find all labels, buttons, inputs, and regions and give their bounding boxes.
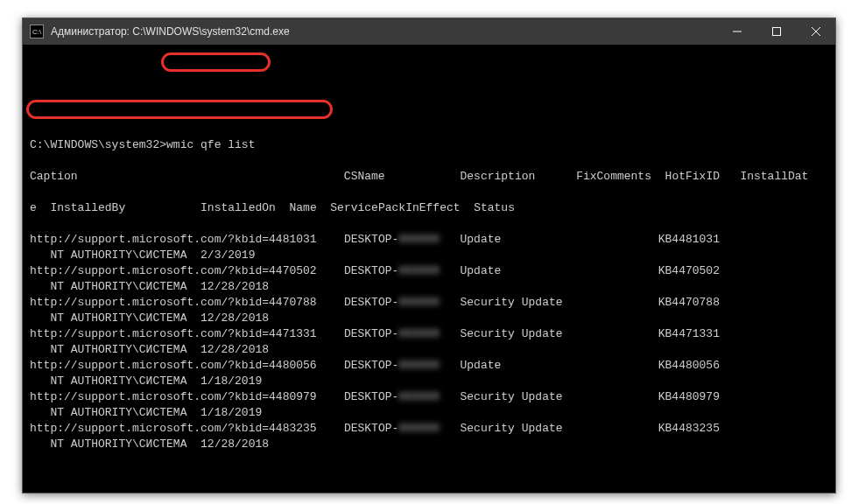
header-sp: ServicePackInEffect — [330, 201, 460, 214]
prompt-path: C:\WINDOWS\system32> — [30, 138, 166, 151]
hotfix-value: KB4480979 — [658, 390, 720, 403]
hotfix-value: KB4470502 — [658, 264, 720, 277]
table-row: http://support.microsoft.com/?kbid=44707… — [30, 295, 828, 311]
caption-url: http://support.microsoft.com/?kbid=44832… — [30, 422, 330, 435]
header-installedon: InstalledOn — [200, 201, 276, 214]
table-row: http://support.microsoft.com/?kbid=44810… — [30, 232, 828, 248]
caption-url: http://support.microsoft.com/?kbid=44800… — [30, 359, 330, 372]
installedby-value: NT AUTHORITY\СИСТЕМА — [50, 312, 200, 325]
table-row: http://support.microsoft.com/?kbid=44800… — [30, 358, 828, 374]
csname-blurred: XXXXXX — [398, 358, 440, 374]
csname-prefix: DESKTOP- — [344, 422, 398, 435]
blank-line — [30, 468, 828, 484]
csname-prefix: DESKTOP- — [344, 296, 398, 309]
header-installdat: InstallDat — [740, 170, 808, 183]
installedby-value: NT AUTHORITY\СИСТЕМА — [50, 343, 200, 356]
csname-blurred: XXXXXX — [398, 295, 440, 311]
caption-url: http://support.microsoft.com/?kbid=44809… — [30, 390, 330, 403]
description-value: Update — [461, 233, 658, 246]
header-caption: Caption — [30, 170, 78, 183]
entries-list: http://support.microsoft.com/?kbid=44810… — [30, 232, 828, 452]
description-value: Security Update — [461, 327, 658, 340]
table-row: NT AUTHORITY\СИСТЕМА 12/28/2018 — [30, 437, 828, 452]
installedon-value: 12/28/2018 — [200, 312, 269, 325]
csname-prefix: DESKTOP- — [344, 264, 398, 277]
terminal-area[interactable]: C:\WINDOWS\system32>wmic qfe list Captio… — [23, 45, 835, 493]
svg-rect-1 — [772, 28, 780, 36]
header-csname: CSName — [344, 170, 385, 183]
installedby-value: NT AUTHORITY\СИСТЕМА — [50, 374, 200, 388]
caption-url: http://support.microsoft.com/?kbid=44810… — [30, 233, 330, 246]
installedby-value: NT AUTHORITY\СИСТЕМА — [50, 280, 200, 293]
highlight-command — [161, 52, 271, 72]
table-row: NT AUTHORITY\СИСТЕМА 12/28/2018 — [30, 279, 828, 295]
caption-url: http://support.microsoft.com/?kbid=44707… — [30, 296, 330, 309]
prompt-line: C:\WINDOWS\system32>wmic qfe list — [30, 137, 828, 153]
caption-url: http://support.microsoft.com/?kbid=44705… — [30, 264, 330, 277]
csname-blurred: XXXXXX — [398, 232, 440, 248]
description-value: Security Update — [461, 296, 658, 309]
csname-blurred: XXXXXX — [398, 389, 440, 405]
table-row: NT AUTHORITY\СИСТЕМА 12/28/2018 — [30, 342, 828, 358]
window-title: Администратор: C:\WINDOWS\system32\cmd.e… — [51, 25, 290, 38]
caption-url: http://support.microsoft.com/?kbid=44713… — [30, 327, 330, 340]
header-installedby: e InstalledBy — [30, 201, 125, 214]
installedon-value: 12/28/2018 — [200, 280, 269, 293]
header-description: Description — [461, 170, 536, 183]
csname-prefix: DESKTOP- — [344, 390, 398, 403]
titlebar[interactable]: C:\ Администратор: C:\WINDOWS\system32\c… — [23, 18, 835, 45]
installedby-value: NT AUTHORITY\СИСТЕМА — [50, 248, 200, 262]
maximize-button[interactable] — [756, 18, 796, 45]
hotfix-value: KB4480056 — [658, 359, 720, 372]
cmd-icon: C:\ — [30, 24, 44, 38]
installedon-value: 1/18/2019 — [200, 374, 262, 388]
header-fixcomments: FixComments — [576, 170, 651, 183]
hotfix-value: KB4483235 — [658, 422, 720, 435]
hotfix-value: KB4481031 — [658, 233, 720, 246]
hotfix-value: KB4470788 — [658, 296, 720, 309]
table-row: NT AUTHORITY\СИСТЕМА 12/28/2018 — [30, 311, 828, 326]
installedby-value: NT AUTHORITY\СИСТЕМА — [50, 438, 200, 451]
header-hotfixid: HotFixID — [665, 170, 720, 183]
csname-prefix: DESKTOP- — [344, 327, 398, 340]
table-row: NT AUTHORITY\СИСТЕМА 1/18/2019 — [30, 374, 828, 389]
csname-prefix: DESKTOP- — [344, 233, 398, 246]
installedon-value: 2/3/2019 — [200, 248, 255, 262]
description-value: Security Update — [461, 390, 658, 403]
highlight-url — [26, 100, 333, 119]
csname-blurred: XXXXXX — [398, 263, 440, 279]
header-row-1: Caption CSName Description FixComments H… — [30, 169, 828, 185]
minimize-button[interactable] — [717, 18, 756, 45]
header-name: Name — [289, 201, 316, 214]
installedon-value: 1/18/2019 — [200, 406, 262, 419]
header-row-2: e InstalledBy InstalledOn Name ServicePa… — [30, 200, 828, 216]
csname-blurred: XXXXXX — [398, 326, 440, 342]
description-value: Security Update — [461, 422, 658, 435]
description-value: Update — [461, 264, 658, 277]
table-row: http://support.microsoft.com/?kbid=44809… — [30, 389, 828, 405]
hotfix-value: KB4471331 — [658, 327, 720, 340]
table-row: http://support.microsoft.com/?kbid=44705… — [30, 263, 828, 279]
installedon-value: 12/28/2018 — [200, 343, 269, 356]
installedon-value: 12/28/2018 — [200, 438, 269, 451]
header-status: Status — [474, 201, 515, 214]
csname-blurred: XXXXXX — [398, 421, 440, 437]
table-row: NT AUTHORITY\СИСТЕМА 2/3/2019 — [30, 248, 828, 263]
csname-prefix: DESKTOP- — [344, 359, 398, 372]
close-button[interactable] — [796, 18, 835, 45]
description-value: Update — [461, 359, 658, 372]
installedby-value: NT AUTHORITY\СИСТЕМА — [50, 406, 200, 419]
table-row: NT AUTHORITY\СИСТЕМА 1/18/2019 — [30, 405, 828, 421]
table-row: http://support.microsoft.com/?kbid=44713… — [30, 326, 828, 342]
cmd-window: C:\ Администратор: C:\WINDOWS\system32\c… — [22, 18, 836, 494]
command-text: wmic qfe list — [166, 138, 255, 151]
table-row: http://support.microsoft.com/?kbid=44832… — [30, 421, 828, 437]
